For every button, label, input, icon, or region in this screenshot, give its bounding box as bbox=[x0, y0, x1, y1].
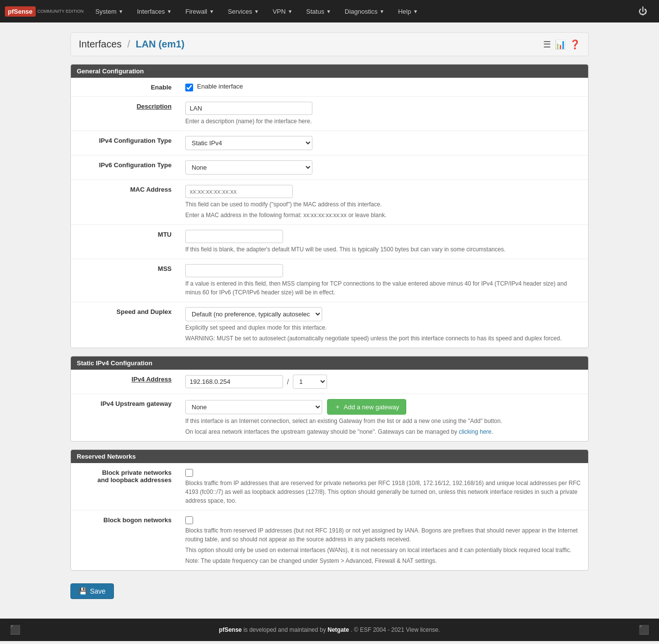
general-config-section: General Configuration Enable Enable inte… bbox=[70, 64, 589, 348]
reserved-networks-header: Reserved Networks bbox=[71, 450, 588, 463]
mtu-help: If this field is blank, the adapter's de… bbox=[185, 245, 581, 254]
brand-logo[interactable]: pfSense COMMUNITY EDITION bbox=[5, 6, 84, 17]
ipv4-address-content: / 1234 5678 9101112 13141516 17181920 21… bbox=[178, 370, 588, 394]
speed-duplex-select[interactable]: Default (no preference, typically autose… bbox=[185, 307, 322, 321]
block-private-label: Block private networksand loopback addre… bbox=[71, 463, 178, 510]
footer-right-icon[interactable]: ⬛ bbox=[638, 624, 649, 635]
add-gateway-button[interactable]: ＋ Add a new gateway bbox=[327, 399, 406, 415]
ipv4-type-select[interactable]: None Static IPv4 DHCP PPPoE bbox=[185, 136, 312, 150]
cidr-select[interactable]: 1234 5678 9101112 13141516 17181920 2122… bbox=[293, 375, 327, 389]
mac-address-input[interactable] bbox=[185, 185, 293, 198]
ipv4-address-input[interactable] bbox=[185, 375, 283, 388]
enable-checkbox[interactable] bbox=[185, 84, 193, 91]
gateway-select[interactable]: None bbox=[185, 400, 322, 414]
mss-label: MSS bbox=[71, 259, 178, 302]
general-config-header: General Configuration bbox=[71, 65, 588, 78]
mss-content: If a value is entered in this field, the… bbox=[178, 259, 588, 302]
ipv6-type-label: IPv6 Configuration Type bbox=[71, 155, 178, 179]
pfsense-logo: pfSense bbox=[5, 6, 36, 17]
ipv4-type-content: None Static IPv4 DHCP PPPoE bbox=[178, 131, 588, 155]
speed-help1: Explicitly set speed and duplex mode for… bbox=[185, 323, 581, 332]
nav-status[interactable]: Status ▼ bbox=[299, 0, 338, 22]
enable-label: Enable bbox=[71, 78, 178, 96]
mtu-label: MTU bbox=[71, 225, 178, 259]
plus-icon: ＋ bbox=[334, 402, 341, 411]
mtu-content: If this field is blank, the adapter's de… bbox=[178, 225, 588, 259]
save-button[interactable]: 💾 Save bbox=[70, 583, 114, 599]
block-bogon-help1: Blocks traffic from reserved IP addresse… bbox=[185, 526, 581, 544]
help-icon[interactable]: ❓ bbox=[570, 39, 580, 50]
mac-help2: Enter a MAC address in the following for… bbox=[185, 211, 581, 220]
enable-row: Enable Enable interface bbox=[71, 78, 588, 97]
static-ipv4-body: IPv4 Address / 1234 5678 9101112 1314151… bbox=[71, 370, 588, 441]
footer-license-link[interactable]: View license. bbox=[406, 626, 440, 633]
block-bogon-label: Block bogon networks bbox=[71, 511, 178, 570]
footer-center: pfSense is developed and maintained by N… bbox=[21, 626, 638, 633]
static-ipv4-header: Static IPv4 Configuration bbox=[71, 356, 588, 370]
nav-menu: System ▼ Interfaces ▼ Firewall ▼ Service… bbox=[88, 0, 425, 22]
chart-icon[interactable]: 📊 bbox=[555, 39, 566, 50]
mss-input[interactable] bbox=[185, 264, 283, 277]
page-header: Interfaces / LAN (em1) ☰ 📊 ❓ bbox=[70, 32, 589, 56]
page-title: Interfaces / LAN (em1) bbox=[79, 39, 185, 50]
ipv6-type-select[interactable]: None Static IPv6 DHCPv6 SLAAC 6rd Tunnel… bbox=[185, 160, 312, 175]
mss-row: MSS If a value is entered in this field,… bbox=[71, 259, 588, 302]
nav-interfaces[interactable]: Interfaces ▼ bbox=[130, 0, 178, 22]
ipv4-type-row: IPv4 Configuration Type None Static IPv4… bbox=[71, 131, 588, 155]
nav-system[interactable]: System ▼ bbox=[88, 0, 130, 22]
nav-vpn[interactable]: VPN ▼ bbox=[266, 0, 300, 22]
ipv4-gateway-content: None ＋ Add a new gateway If this interfa… bbox=[178, 394, 588, 441]
breadcrumb-separator: / bbox=[127, 39, 132, 49]
speed-help2: WARNING: MUST be set to autoselect (auto… bbox=[185, 334, 581, 343]
nav-firewall[interactable]: Firewall ▼ bbox=[178, 0, 221, 22]
gateway-help1: If this interface is an Internet connect… bbox=[185, 417, 581, 425]
mtu-row: MTU If this field is blank, the adapter'… bbox=[71, 225, 588, 259]
speed-duplex-row: Speed and Duplex Default (no preference,… bbox=[71, 302, 588, 348]
nav-diagnostics[interactable]: Diagnostics ▼ bbox=[338, 0, 391, 22]
breadcrumb-parent: Interfaces bbox=[79, 39, 122, 49]
speed-duplex-label: Speed and Duplex bbox=[71, 302, 178, 348]
block-private-help: Blocks traffic from IP addresses that ar… bbox=[185, 479, 581, 505]
description-content: Enter a description (name) for the inter… bbox=[178, 97, 588, 131]
list-icon[interactable]: ☰ bbox=[543, 39, 551, 50]
mac-address-content: This field can be used to modify ("spoof… bbox=[178, 180, 588, 224]
footer-text2: . © ESF 2004 - 2021 bbox=[351, 626, 404, 633]
nav-services[interactable]: Services ▼ bbox=[221, 0, 266, 22]
description-label: Description bbox=[71, 97, 178, 131]
nav-help[interactable]: Help ▼ bbox=[391, 0, 425, 22]
description-input[interactable] bbox=[185, 102, 312, 115]
speed-duplex-content: Default (no preference, typically autose… bbox=[178, 302, 588, 348]
gateways-link[interactable]: clicking here. bbox=[459, 428, 493, 435]
mtu-input[interactable] bbox=[185, 230, 283, 243]
mss-help: If a value is entered in this field, the… bbox=[185, 279, 581, 297]
nav-logout-icon[interactable]: ⏻ bbox=[632, 6, 654, 17]
ipv4-gateway-row: IPv4 Upstream gateway None ＋ Add a new g… bbox=[71, 394, 588, 441]
block-private-checkbox[interactable] bbox=[185, 469, 193, 477]
save-icon: 💾 bbox=[79, 587, 87, 595]
navbar: pfSense COMMUNITY EDITION System ▼ Inter… bbox=[0, 0, 659, 22]
ipv6-type-row: IPv6 Configuration Type None Static IPv6… bbox=[71, 155, 588, 180]
block-bogon-help2: This option should only be used on exter… bbox=[185, 546, 581, 555]
ipv4-address-row: IPv4 Address / 1234 5678 9101112 1314151… bbox=[71, 370, 588, 394]
reserved-networks-section: Reserved Networks Block private networks… bbox=[70, 449, 589, 571]
block-bogon-checkbox[interactable] bbox=[185, 516, 193, 524]
footer-left-icon[interactable]: ⬛ bbox=[10, 624, 21, 635]
general-config-body: Enable Enable interface Description Ente… bbox=[71, 78, 588, 348]
block-bogon-row: Block bogon networks Blocks traffic from… bbox=[71, 511, 588, 570]
enable-content: Enable interface bbox=[178, 78, 588, 96]
breadcrumb-current: LAN (em1) bbox=[136, 39, 185, 49]
enable-checkbox-label[interactable]: Enable interface bbox=[197, 83, 243, 90]
block-private-row: Block private networksand loopback addre… bbox=[71, 463, 588, 511]
footer: ⬛ pfSense is developed and maintained by… bbox=[0, 619, 659, 641]
ipv4-type-label: IPv4 Configuration Type bbox=[71, 131, 178, 155]
cidr-separator: / bbox=[287, 378, 289, 386]
ipv4-gateway-label: IPv4 Upstream gateway bbox=[71, 394, 178, 441]
mac-address-row: MAC Address This field can be used to mo… bbox=[71, 180, 588, 225]
description-row: Description Enter a description (name) f… bbox=[71, 97, 588, 131]
mac-help1: This field can be used to modify ("spoof… bbox=[185, 200, 581, 209]
ipv6-type-content: None Static IPv6 DHCPv6 SLAAC 6rd Tunnel… bbox=[178, 155, 588, 179]
footer-text1: is developed and maintained by bbox=[243, 626, 326, 633]
save-wrap: 💾 Save bbox=[70, 578, 589, 609]
block-private-content: Blocks traffic from IP addresses that ar… bbox=[178, 463, 588, 510]
brand-sub: COMMUNITY EDITION bbox=[38, 9, 84, 14]
